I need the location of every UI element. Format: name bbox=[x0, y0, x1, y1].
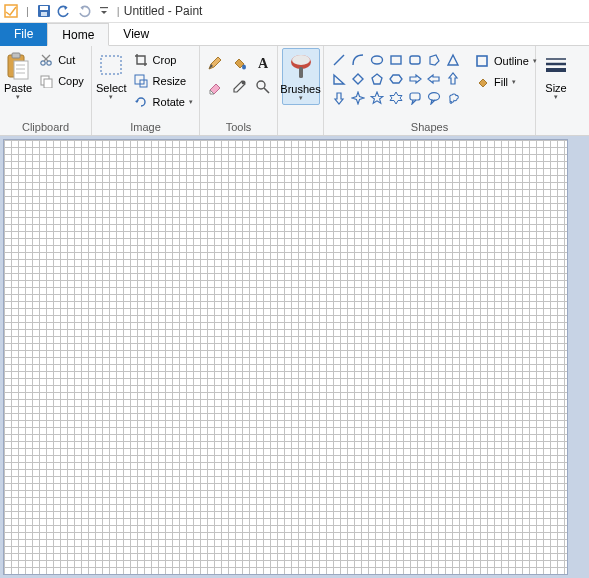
shape-right-arrow[interactable] bbox=[406, 70, 424, 88]
group-label-image: Image bbox=[96, 120, 195, 135]
save-icon[interactable] bbox=[35, 2, 53, 20]
rotate-icon bbox=[133, 94, 149, 110]
magnifier-tool[interactable] bbox=[252, 76, 274, 98]
shape-oval-callout[interactable] bbox=[425, 89, 443, 107]
shape-outline-button[interactable]: Outline ▾ bbox=[470, 51, 541, 71]
paste-button[interactable]: Paste ▾ bbox=[4, 48, 32, 103]
svg-rect-17 bbox=[101, 56, 121, 74]
copy-button[interactable]: Copy bbox=[34, 71, 88, 91]
chevron-down-icon: ▾ bbox=[299, 94, 303, 102]
shape-rectangle[interactable] bbox=[387, 51, 405, 69]
shape-right-triangle[interactable] bbox=[330, 70, 348, 88]
shape-6point-star[interactable] bbox=[387, 89, 405, 107]
shape-down-arrow[interactable] bbox=[330, 89, 348, 107]
title-separator: | bbox=[117, 5, 120, 17]
group-brushes: Brushes ▾ bbox=[278, 46, 324, 135]
app-name: Paint bbox=[175, 4, 202, 18]
shape-rounded-callout[interactable] bbox=[406, 89, 424, 107]
chevron-down-icon: ▾ bbox=[554, 93, 558, 101]
group-clipboard: Paste ▾ Cut Copy Clipboard bbox=[0, 46, 92, 135]
svg-point-29 bbox=[372, 56, 383, 64]
shape-4point-star[interactable] bbox=[349, 89, 367, 107]
select-button[interactable]: Select ▾ bbox=[96, 48, 127, 103]
chevron-down-icon: ▾ bbox=[16, 93, 20, 101]
chevron-down-icon: ▾ bbox=[512, 78, 516, 86]
svg-rect-6 bbox=[12, 53, 20, 58]
redo-icon[interactable] bbox=[75, 2, 93, 20]
ribbon-tabs: File Home View bbox=[0, 23, 589, 46]
group-size: Size ▾ bbox=[536, 46, 576, 135]
shape-gallery[interactable] bbox=[328, 48, 464, 110]
svg-rect-16 bbox=[44, 79, 52, 88]
fill-tool[interactable] bbox=[228, 52, 250, 74]
crop-icon bbox=[133, 52, 149, 68]
tab-file[interactable]: File bbox=[0, 23, 47, 46]
tab-home[interactable]: Home bbox=[47, 23, 109, 46]
svg-rect-2 bbox=[40, 6, 48, 10]
svg-line-28 bbox=[334, 55, 344, 65]
text-tool[interactable]: A bbox=[252, 52, 274, 74]
quick-access-toolbar: | bbox=[2, 2, 113, 20]
shape-triangle[interactable] bbox=[444, 51, 462, 69]
size-button[interactable]: Size ▾ bbox=[540, 48, 572, 103]
shape-diamond[interactable] bbox=[349, 70, 367, 88]
shape-fill-button[interactable]: Fill ▾ bbox=[470, 72, 541, 92]
svg-point-23 bbox=[257, 81, 265, 89]
svg-point-20 bbox=[242, 65, 246, 70]
chevron-down-icon: ▾ bbox=[189, 98, 193, 106]
svg-rect-3 bbox=[41, 12, 47, 16]
paste-icon bbox=[5, 50, 31, 82]
document-name: Untitled bbox=[124, 4, 165, 18]
shape-left-arrow[interactable] bbox=[425, 70, 443, 88]
undo-icon[interactable] bbox=[55, 2, 73, 20]
shape-5point-star[interactable] bbox=[368, 89, 386, 107]
shape-pentagon[interactable] bbox=[368, 70, 386, 88]
shape-up-arrow[interactable] bbox=[444, 70, 462, 88]
svg-point-26 bbox=[292, 55, 310, 65]
shape-polygon[interactable] bbox=[425, 51, 443, 69]
shape-rounded-rectangle[interactable] bbox=[406, 51, 424, 69]
tab-view[interactable]: View bbox=[109, 23, 163, 46]
qat-customize-icon[interactable] bbox=[95, 2, 113, 20]
window-title: Untitled - Paint bbox=[124, 4, 203, 18]
svg-rect-0 bbox=[5, 5, 17, 17]
group-label-tools: Tools bbox=[204, 120, 273, 135]
outline-icon bbox=[474, 53, 490, 69]
copy-icon bbox=[38, 73, 54, 89]
shape-cloud-callout[interactable] bbox=[444, 89, 462, 107]
shape-line[interactable] bbox=[330, 51, 348, 69]
svg-point-33 bbox=[429, 93, 440, 101]
svg-rect-31 bbox=[410, 56, 420, 64]
svg-rect-30 bbox=[391, 56, 401, 64]
svg-text:A: A bbox=[258, 56, 269, 71]
shape-oval[interactable] bbox=[368, 51, 386, 69]
qat-separator: | bbox=[26, 5, 29, 17]
group-label-clipboard: Clipboard bbox=[4, 120, 87, 135]
group-shapes: Outline ▾ Fill ▾ Shapes bbox=[324, 46, 536, 135]
eraser-tool[interactable] bbox=[204, 76, 226, 98]
cut-button[interactable]: Cut bbox=[34, 50, 88, 70]
svg-line-24 bbox=[264, 88, 269, 93]
brushes-button[interactable]: Brushes ▾ bbox=[282, 48, 320, 105]
drawing-canvas[interactable] bbox=[4, 140, 567, 574]
scissors-icon bbox=[38, 52, 54, 68]
chevron-down-icon: ▾ bbox=[109, 93, 113, 101]
svg-rect-27 bbox=[299, 67, 303, 78]
titlebar: | | Untitled - Paint bbox=[0, 0, 589, 23]
size-icon bbox=[543, 50, 569, 82]
pencil-tool[interactable] bbox=[204, 52, 226, 74]
svg-point-12 bbox=[47, 61, 51, 65]
svg-rect-35 bbox=[477, 56, 487, 66]
rotate-button[interactable]: Rotate ▾ bbox=[129, 92, 197, 112]
resize-icon bbox=[133, 73, 149, 89]
shape-curve[interactable] bbox=[349, 51, 367, 69]
svg-point-11 bbox=[41, 61, 45, 65]
select-icon bbox=[97, 50, 125, 82]
group-tools: A Tools bbox=[200, 46, 278, 135]
paint-app-icon[interactable] bbox=[2, 2, 20, 20]
brush-icon bbox=[286, 51, 316, 83]
crop-button[interactable]: Crop bbox=[129, 50, 197, 70]
shape-hexagon[interactable] bbox=[387, 70, 405, 88]
resize-button[interactable]: Resize bbox=[129, 71, 197, 91]
color-picker-tool[interactable] bbox=[228, 76, 250, 98]
